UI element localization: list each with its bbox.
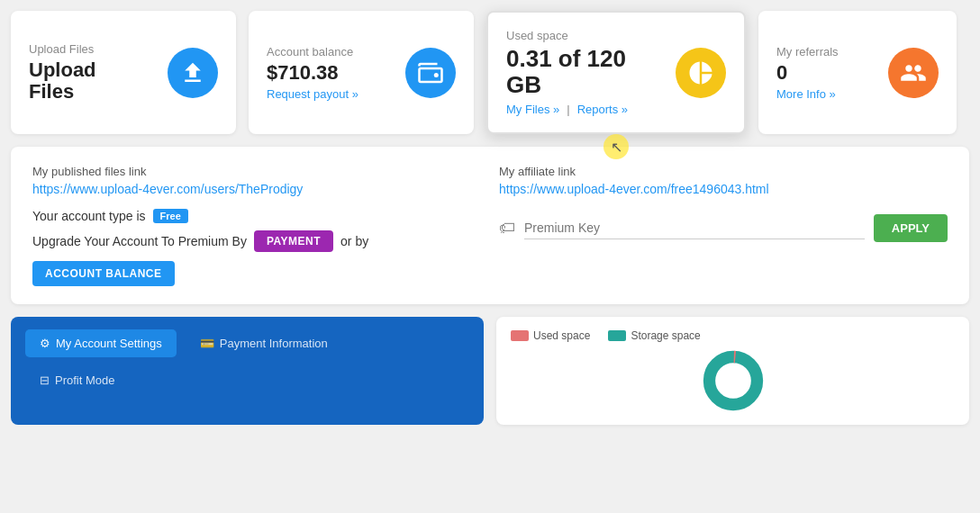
settings-tab-label: My Account Settings xyxy=(56,337,162,350)
or-by-text: or by xyxy=(340,234,368,248)
bottom-left-panel: ⚙ My Account Settings 💳 Payment Informat… xyxy=(11,317,484,425)
used-space-label: Used space xyxy=(506,29,661,42)
free-badge: Free xyxy=(153,209,188,223)
balance-card-label: Account balance xyxy=(267,45,391,58)
used-space-legend: Used space xyxy=(511,329,590,342)
wallet-icon[interactable] xyxy=(405,48,456,98)
affiliate-label: My affiliate link xyxy=(499,165,948,178)
used-space-card-text: Used space 0.31 of 120 GB My Files » | R… xyxy=(506,29,661,116)
referrals-card-text: My referrals 0 More Info » xyxy=(776,45,874,101)
cursor-indicator: ↖ xyxy=(603,134,629,159)
premium-key-row: 🏷 APPLY xyxy=(499,214,948,242)
account-type-row: Your account type is Free xyxy=(32,209,481,223)
balance-card-text: Account balance $710.38 Request payout » xyxy=(267,45,391,101)
payment-button[interactable]: PAYMENT xyxy=(254,230,333,252)
referrals-card: My referrals 0 More Info » xyxy=(758,11,957,134)
account-type-text: Your account type is xyxy=(32,209,146,223)
used-space-dot xyxy=(511,330,529,341)
referrals-label: My referrals xyxy=(776,45,874,58)
reports-link[interactable]: Reports » xyxy=(577,103,628,116)
donut-chart-area xyxy=(511,349,955,412)
published-files-link[interactable]: https://www.upload-4ever.com/users/ThePr… xyxy=(32,182,303,196)
balance-card-value: $710.38 xyxy=(267,62,391,84)
upload-icon[interactable] xyxy=(168,48,218,98)
account-balance-card: Account balance $710.38 Request payout » xyxy=(249,11,474,134)
upgrade-text: Upgrade Your Account To Premium By xyxy=(32,234,247,248)
affiliate-link[interactable]: https://www.upload-4ever.com/free1496043… xyxy=(499,182,769,196)
middle-grid: My published files link https://www.uplo… xyxy=(32,165,948,286)
payment-information-tab[interactable]: 💳 Payment Information xyxy=(186,329,342,357)
request-payout-link[interactable]: Request payout » xyxy=(267,87,391,101)
key-icon: 🏷 xyxy=(499,219,515,238)
bottom-tabs-row: ⚙ My Account Settings 💳 Payment Informat… xyxy=(25,329,469,357)
top-cards-row: Upload Files Upload Files Account balanc… xyxy=(0,0,980,134)
upload-card-value: Upload Files xyxy=(29,59,153,103)
payment-icon: 💳 xyxy=(200,337,214,350)
storage-space-dot xyxy=(608,330,626,341)
premium-key-input[interactable] xyxy=(524,217,865,239)
right-column: My affiliate link https://www.upload-4ev… xyxy=(499,165,948,286)
bottom-right-panel: Used space Storage space xyxy=(496,317,969,425)
svg-point-0 xyxy=(434,73,439,77)
upload-files-card: Upload Files Upload Files xyxy=(11,11,236,134)
used-space-legend-label: Used space xyxy=(533,329,590,342)
settings-icon: ⚙ xyxy=(40,337,50,350)
separator: | xyxy=(567,103,569,116)
bottom-tabs-row2: ⊟ Profit Mode xyxy=(25,366,469,394)
account-balance-button[interactable]: ACCOUNT BALANCE xyxy=(32,261,175,286)
middle-section: My published files link https://www.uplo… xyxy=(11,147,969,304)
group-icon xyxy=(888,48,939,98)
used-space-card: Used space 0.31 of 120 GB My Files » | R… xyxy=(486,11,746,134)
upgrade-row: Upgrade Your Account To Premium By PAYME… xyxy=(32,230,481,252)
my-files-link[interactable]: My Files » xyxy=(506,103,559,116)
used-space-links: My Files » | Reports » xyxy=(506,103,661,116)
profit-icon: ⊟ xyxy=(40,374,50,387)
storage-space-legend-label: Storage space xyxy=(631,329,700,342)
referrals-value: 0 xyxy=(776,62,874,84)
more-info-link[interactable]: More Info » xyxy=(776,87,874,101)
pie-chart-icon xyxy=(676,48,726,98)
profit-tab-label: Profit Mode xyxy=(55,374,114,387)
upload-card-label: Upload Files xyxy=(29,42,153,56)
used-space-value: 0.31 of 120 GB xyxy=(506,46,661,97)
chart-legend: Used space Storage space xyxy=(511,329,955,342)
left-column: My published files link https://www.uplo… xyxy=(32,165,481,286)
my-account-settings-tab[interactable]: ⚙ My Account Settings xyxy=(25,329,177,357)
payment-tab-label: Payment Information xyxy=(220,337,328,350)
published-files-label: My published files link xyxy=(32,165,481,178)
profit-mode-tab[interactable]: ⊟ Profit Mode xyxy=(25,366,129,394)
bottom-section: ⚙ My Account Settings 💳 Payment Informat… xyxy=(11,317,969,407)
apply-button[interactable]: APPLY xyxy=(874,214,948,242)
svg-point-2 xyxy=(709,357,757,405)
storage-space-legend: Storage space xyxy=(608,329,700,342)
upload-card-text: Upload Files Upload Files xyxy=(29,42,153,103)
donut-chart xyxy=(702,349,765,412)
